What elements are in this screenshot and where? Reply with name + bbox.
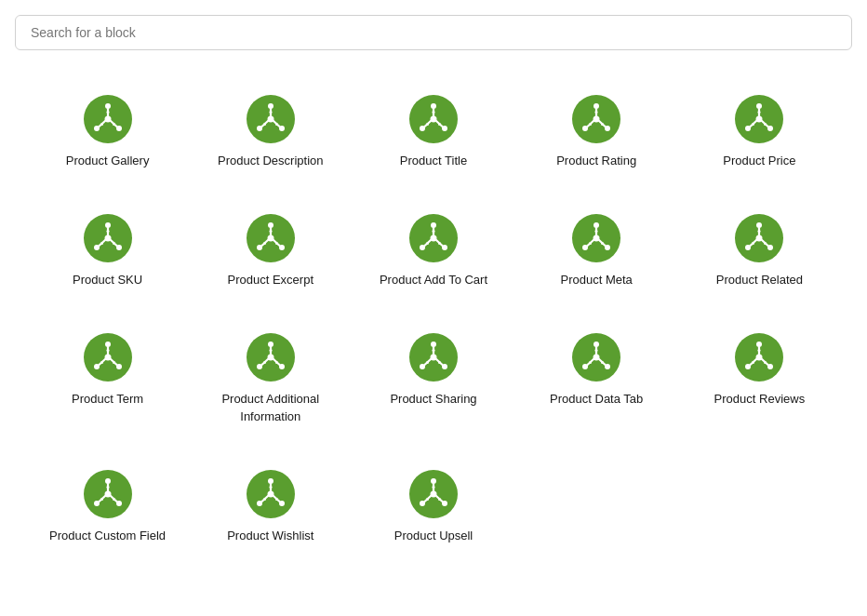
block-icon-product-rating <box>572 95 620 143</box>
block-icon-product-related <box>735 214 783 262</box>
svg-point-97 <box>589 242 592 245</box>
block-label-product-term: Product Term <box>72 391 143 408</box>
block-item-product-additional-information[interactable]: Product Additional Information <box>193 318 348 439</box>
block-item-product-wishlist[interactable]: Product Wishlist <box>193 455 348 559</box>
svg-point-9 <box>100 123 103 126</box>
svg-point-74 <box>269 230 272 233</box>
svg-point-153 <box>601 361 604 364</box>
svg-point-107 <box>758 230 761 233</box>
svg-point-141 <box>426 361 429 364</box>
svg-point-130 <box>263 361 266 364</box>
block-label-product-additional-information: Product Additional Information <box>200 391 340 424</box>
block-icon-product-reviews <box>735 333 783 382</box>
svg-point-76 <box>275 242 278 245</box>
svg-point-118 <box>106 349 109 352</box>
svg-point-86 <box>426 242 429 245</box>
svg-point-64 <box>100 242 103 245</box>
block-label-product-add-to-cart: Product Add To Cart <box>380 272 487 288</box>
block-item-product-title[interactable]: Product Title <box>355 80 511 184</box>
svg-point-108 <box>752 242 754 245</box>
block-item-product-description[interactable]: Product Description <box>193 80 348 184</box>
block-icon-product-sku <box>84 214 132 262</box>
svg-point-30 <box>432 111 434 114</box>
block-item-product-term[interactable]: Product Term <box>30 318 185 439</box>
block-icon-product-custom-field <box>84 470 132 518</box>
svg-point-21 <box>275 123 278 126</box>
svg-point-98 <box>601 242 604 245</box>
svg-point-120 <box>113 361 115 364</box>
svg-point-109 <box>764 242 767 245</box>
block-icon-product-wishlist <box>247 470 295 518</box>
svg-point-195 <box>432 486 434 489</box>
svg-point-31 <box>426 123 429 126</box>
block-item-product-related[interactable]: Product Related <box>682 199 837 303</box>
block-icon-product-sharing <box>409 333 458 382</box>
block-label-product-rating: Product Rating <box>556 153 636 169</box>
block-icon-product-upsell <box>409 470 458 518</box>
block-icon-product-additional-information <box>247 333 295 382</box>
svg-point-175 <box>113 498 115 501</box>
svg-point-129 <box>269 349 272 352</box>
block-label-product-price: Product Price <box>723 153 795 169</box>
block-item-product-custom-field[interactable]: Product Custom Field <box>30 455 185 559</box>
block-label-product-upsell: Product Upsell <box>394 528 474 544</box>
block-label-product-sku: Product SKU <box>73 272 142 288</box>
svg-point-140 <box>432 349 434 352</box>
block-icon-product-title <box>409 95 458 143</box>
search-input[interactable] <box>15 15 852 50</box>
svg-point-87 <box>438 242 441 245</box>
svg-point-85 <box>432 230 434 233</box>
svg-point-164 <box>764 361 767 364</box>
block-label-product-description: Product Description <box>218 153 323 169</box>
block-item-product-upsell[interactable]: Product Upsell <box>355 455 511 559</box>
block-label-product-sharing: Product Sharing <box>390 391 476 408</box>
blocks-grid: Product Gallery Product Description <box>15 73 852 567</box>
svg-point-8 <box>106 111 109 114</box>
block-item-product-reviews[interactable]: Product Reviews <box>682 318 837 439</box>
block-label-product-title: Product Title <box>400 153 467 169</box>
svg-point-96 <box>595 230 598 233</box>
svg-point-152 <box>589 361 592 364</box>
svg-point-54 <box>764 123 767 126</box>
block-icon-product-data-tab <box>572 333 620 382</box>
svg-point-196 <box>426 498 429 501</box>
svg-point-63 <box>106 230 109 233</box>
block-item-product-sharing[interactable]: Product Sharing <box>355 318 511 439</box>
block-label-product-gallery: Product Gallery <box>66 153 150 169</box>
svg-point-53 <box>752 123 754 126</box>
block-icon-product-add-to-cart <box>409 214 458 262</box>
svg-point-197 <box>438 498 441 501</box>
svg-point-184 <box>269 486 272 489</box>
block-item-product-add-to-cart[interactable]: Product Add To Cart <box>355 199 511 303</box>
svg-point-43 <box>601 123 604 126</box>
svg-point-41 <box>595 111 598 114</box>
svg-point-20 <box>263 123 266 126</box>
block-item-product-meta[interactable]: Product Meta <box>519 199 674 303</box>
svg-point-174 <box>100 498 103 501</box>
svg-point-162 <box>758 349 761 352</box>
svg-point-52 <box>758 111 761 114</box>
block-item-product-gallery[interactable]: Product Gallery <box>30 80 185 184</box>
block-icon-product-description <box>247 95 295 143</box>
svg-point-75 <box>263 242 266 245</box>
block-item-product-sku[interactable]: Product SKU <box>30 199 185 303</box>
svg-point-131 <box>275 361 278 364</box>
svg-point-65 <box>113 242 115 245</box>
block-label-product-wishlist: Product Wishlist <box>227 528 313 544</box>
block-icon-product-meta <box>572 214 620 262</box>
block-label-product-related: Product Related <box>716 272 803 288</box>
svg-point-163 <box>752 361 754 364</box>
block-item-product-rating[interactable]: Product Rating <box>519 80 674 184</box>
block-item-product-data-tab[interactable]: Product Data Tab <box>519 318 674 439</box>
block-label-product-excerpt: Product Excerpt <box>228 272 314 288</box>
svg-point-119 <box>100 361 103 364</box>
block-icon-product-term <box>84 333 132 382</box>
block-item-product-excerpt[interactable]: Product Excerpt <box>193 199 348 303</box>
svg-point-186 <box>275 498 278 501</box>
block-item-product-price[interactable]: Product Price <box>682 80 837 184</box>
svg-point-19 <box>269 111 272 114</box>
svg-point-32 <box>438 123 441 126</box>
block-label-product-data-tab: Product Data Tab <box>550 391 643 408</box>
svg-point-10 <box>113 123 115 126</box>
svg-point-173 <box>106 486 109 489</box>
